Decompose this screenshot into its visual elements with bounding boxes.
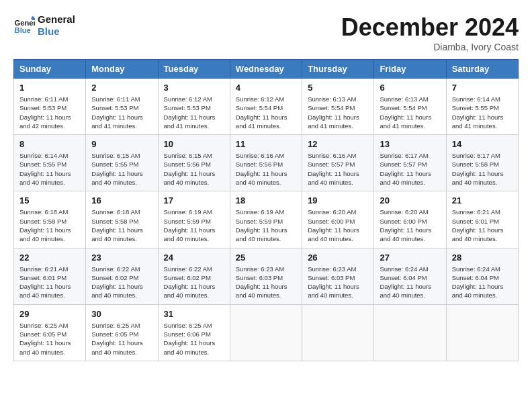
- calendar-cell: [374, 304, 446, 361]
- sunset-label: Sunset: 5:53 PM: [164, 104, 211, 111]
- day-info: Sunrise: 6:17 AM Sunset: 5:58 PM Dayligh…: [452, 151, 513, 187]
- sunrise-label: Sunrise: 6:20 AM: [308, 208, 356, 216]
- sunrise-label: Sunrise: 6:13 AM: [380, 95, 428, 103]
- calendar-cell: 20 Sunrise: 6:20 AM Sunset: 6:00 PM Dayl…: [374, 191, 446, 248]
- sunset-label: Sunset: 5:54 PM: [308, 104, 355, 111]
- daylight-label: Daylight: 11 hours and 40 minutes.: [164, 339, 216, 355]
- sunrise-label: Sunrise: 6:25 AM: [91, 322, 140, 329]
- sunrise-label: Sunrise: 6:22 AM: [91, 265, 140, 273]
- day-number: 7: [452, 83, 513, 93]
- day-number: 15: [19, 195, 80, 205]
- calendar-cell: 26 Sunrise: 6:23 AM Sunset: 6:03 PM Dayl…: [302, 248, 374, 304]
- sunset-label: Sunset: 5:59 PM: [236, 218, 283, 225]
- sunrise-label: Sunrise: 6:21 AM: [452, 208, 500, 216]
- day-number: 11: [236, 139, 296, 149]
- day-info: Sunrise: 6:25 AM Sunset: 6:06 PM Dayligh…: [164, 321, 224, 357]
- day-info: Sunrise: 6:19 AM Sunset: 5:59 PM Dayligh…: [164, 208, 224, 243]
- daylight-label: Daylight: 11 hours and 40 minutes.: [308, 226, 359, 242]
- col-header-friday: Friday: [374, 60, 446, 79]
- logo-general: General: [38, 13, 75, 26]
- daylight-label: Daylight: 11 hours and 41 minutes.: [380, 113, 431, 130]
- sunset-label: Sunset: 6:05 PM: [91, 330, 138, 338]
- day-info: Sunrise: 6:23 AM Sunset: 6:03 PM Dayligh…: [308, 265, 368, 300]
- daylight-label: Daylight: 11 hours and 40 minutes.: [91, 226, 143, 242]
- calendar-header-row: SundayMondayTuesdayWednesdayThursdayFrid…: [14, 60, 519, 79]
- day-number: 13: [380, 139, 440, 149]
- daylight-label: Daylight: 11 hours and 41 minutes.: [236, 113, 287, 130]
- calendar-cell: 9 Sunrise: 6:15 AM Sunset: 5:55 PM Dayli…: [86, 135, 158, 191]
- calendar-cell: 1 Sunrise: 6:11 AM Sunset: 5:53 PM Dayli…: [14, 79, 86, 135]
- daylight-label: Daylight: 11 hours and 40 minutes.: [380, 170, 431, 186]
- sunset-label: Sunset: 6:03 PM: [308, 274, 355, 281]
- col-header-wednesday: Wednesday: [230, 60, 302, 79]
- day-info: Sunrise: 6:22 AM Sunset: 6:02 PM Dayligh…: [91, 265, 152, 300]
- day-info: Sunrise: 6:21 AM Sunset: 6:01 PM Dayligh…: [19, 265, 80, 300]
- day-info: Sunrise: 6:12 AM Sunset: 5:54 PM Dayligh…: [236, 95, 296, 130]
- day-info: Sunrise: 6:13 AM Sunset: 5:54 PM Dayligh…: [380, 95, 440, 130]
- sunrise-label: Sunrise: 6:15 AM: [91, 152, 140, 159]
- sunrise-label: Sunrise: 6:18 AM: [91, 208, 140, 216]
- calendar-cell: 11 Sunrise: 6:16 AM Sunset: 5:56 PM Dayl…: [230, 135, 302, 191]
- calendar-cell: 12 Sunrise: 6:16 AM Sunset: 5:57 PM Dayl…: [302, 135, 374, 191]
- sunset-label: Sunset: 6:01 PM: [452, 218, 499, 225]
- sunrise-label: Sunrise: 6:19 AM: [236, 208, 284, 216]
- day-number: 1: [19, 83, 80, 93]
- month-title: December 2024: [341, 13, 519, 42]
- day-number: 21: [452, 195, 513, 205]
- calendar-cell: 7 Sunrise: 6:14 AM Sunset: 5:55 PM Dayli…: [446, 79, 518, 135]
- day-number: 19: [308, 195, 368, 205]
- calendar-cell: 3 Sunrise: 6:12 AM Sunset: 5:53 PM Dayli…: [158, 79, 230, 135]
- daylight-label: Daylight: 11 hours and 40 minutes.: [164, 283, 216, 299]
- daylight-label: Daylight: 11 hours and 40 minutes.: [164, 226, 216, 242]
- col-header-sunday: Sunday: [14, 60, 86, 79]
- sunrise-label: Sunrise: 6:17 AM: [452, 152, 500, 159]
- daylight-label: Daylight: 11 hours and 40 minutes.: [452, 283, 504, 299]
- sunrise-label: Sunrise: 6:16 AM: [308, 152, 356, 159]
- sunset-label: Sunset: 5:58 PM: [91, 218, 138, 225]
- sunrise-label: Sunrise: 6:12 AM: [164, 95, 212, 103]
- calendar-cell: 18 Sunrise: 6:19 AM Sunset: 5:59 PM Dayl…: [230, 191, 302, 248]
- day-info: Sunrise: 6:20 AM Sunset: 6:00 PM Dayligh…: [308, 208, 368, 243]
- sunrise-label: Sunrise: 6:23 AM: [236, 265, 284, 273]
- calendar-cell: 30 Sunrise: 6:25 AM Sunset: 6:05 PM Dayl…: [86, 304, 158, 361]
- day-number: 29: [19, 309, 80, 319]
- calendar-cell: [302, 304, 374, 361]
- calendar-cell: 28 Sunrise: 6:24 AM Sunset: 6:04 PM Dayl…: [446, 248, 518, 304]
- col-header-monday: Monday: [86, 60, 158, 79]
- daylight-label: Daylight: 11 hours and 40 minutes.: [236, 283, 287, 299]
- sunrise-label: Sunrise: 6:25 AM: [164, 322, 212, 329]
- day-info: Sunrise: 6:15 AM Sunset: 5:56 PM Dayligh…: [164, 151, 224, 187]
- daylight-label: Daylight: 11 hours and 40 minutes.: [19, 170, 71, 186]
- calendar-cell: 5 Sunrise: 6:13 AM Sunset: 5:54 PM Dayli…: [302, 79, 374, 135]
- sunset-label: Sunset: 5:55 PM: [91, 161, 138, 168]
- day-number: 24: [164, 253, 224, 263]
- daylight-label: Daylight: 11 hours and 40 minutes.: [236, 226, 287, 242]
- daylight-label: Daylight: 11 hours and 41 minutes.: [164, 113, 216, 130]
- sunrise-label: Sunrise: 6:21 AM: [19, 265, 68, 273]
- sunset-label: Sunset: 5:56 PM: [164, 161, 211, 168]
- day-info: Sunrise: 6:20 AM Sunset: 6:00 PM Dayligh…: [380, 208, 440, 243]
- day-info: Sunrise: 6:24 AM Sunset: 6:04 PM Dayligh…: [380, 265, 440, 300]
- daylight-label: Daylight: 11 hours and 40 minutes.: [91, 339, 143, 355]
- calendar-cell: 4 Sunrise: 6:12 AM Sunset: 5:54 PM Dayli…: [230, 79, 302, 135]
- calendar-cell: 15 Sunrise: 6:18 AM Sunset: 5:58 PM Dayl…: [14, 191, 86, 248]
- sunset-label: Sunset: 6:01 PM: [19, 274, 66, 281]
- calendar-cell: 23 Sunrise: 6:22 AM Sunset: 6:02 PM Dayl…: [86, 248, 158, 304]
- sunset-label: Sunset: 5:58 PM: [452, 161, 499, 168]
- daylight-label: Daylight: 11 hours and 40 minutes.: [380, 226, 431, 242]
- sunrise-label: Sunrise: 6:25 AM: [19, 322, 68, 329]
- day-number: 14: [452, 139, 513, 149]
- sunset-label: Sunset: 6:00 PM: [380, 218, 427, 225]
- day-number: 26: [308, 253, 368, 263]
- day-number: 12: [308, 139, 368, 149]
- calendar-week-5: 29 Sunrise: 6:25 AM Sunset: 6:05 PM Dayl…: [14, 304, 519, 361]
- sunset-label: Sunset: 5:58 PM: [19, 218, 66, 225]
- day-info: Sunrise: 6:16 AM Sunset: 5:57 PM Dayligh…: [308, 151, 368, 187]
- calendar-week-3: 15 Sunrise: 6:18 AM Sunset: 5:58 PM Dayl…: [14, 191, 519, 248]
- sunrise-label: Sunrise: 6:11 AM: [19, 95, 68, 103]
- day-info: Sunrise: 6:25 AM Sunset: 6:05 PM Dayligh…: [91, 321, 152, 357]
- day-number: 18: [236, 195, 296, 205]
- calendar-cell: [230, 304, 302, 361]
- daylight-label: Daylight: 11 hours and 40 minutes.: [19, 226, 71, 242]
- day-info: Sunrise: 6:21 AM Sunset: 6:01 PM Dayligh…: [452, 208, 513, 243]
